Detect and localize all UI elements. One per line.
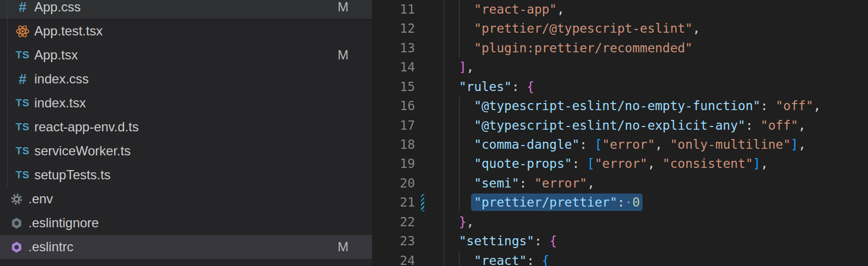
react-icon [15,24,30,39]
typescript-icon: TS [15,120,30,135]
typescript-icon: TS [15,96,30,111]
code-line-18[interactable]: 18 "comma-dangle": ["error", "only-multi… [372,135,868,155]
line-number[interactable]: 19 [372,154,415,173]
code-line-text: "react-app", [444,0,565,19]
file-row-App-tsx[interactable]: TSApp.tsxM [0,43,372,67]
code-line-14[interactable]: 14 ], [372,58,868,77]
file-row-react-app-env-d-ts[interactable]: TSreact-app-env.d.ts [0,115,372,139]
code-line-text: "@typescript-eslint/no-empty-function": … [444,96,821,116]
file-row-App-test-tsx[interactable]: App.test.tsx [0,19,372,43]
git-modified-badge: M [338,0,349,15]
eslint-purple-icon [9,240,24,255]
file-row-index-tsx[interactable]: TSindex.tsx [0,91,372,115]
file-list: #App.cssMApp.test.tsxTSApp.tsxM#index.cs… [0,0,372,266]
code-line-text: "prettier/prettier":·0 [444,193,640,212]
file-row-App-css[interactable]: #App.cssM [0,0,372,19]
css-hash-icon: # [15,72,30,87]
code-line-text: "semi": "error", [444,174,595,193]
line-number[interactable]: 23 [372,232,415,251]
typescript-icon: TS [15,144,30,159]
line-number[interactable]: 24 [372,251,415,266]
line-number[interactable]: 18 [372,135,415,154]
file-name: .eslintrc [28,239,74,255]
line-number[interactable]: 11 [372,0,415,19]
code-line-text: "comma-dangle": ["error", "only-multilin… [444,135,806,154]
file-name: react-app-env.d.ts [34,119,139,135]
file-name: setupTests.ts [34,167,111,183]
code-line-20[interactable]: 20 "semi": "error", [372,174,868,194]
typescript-icon: TS [15,168,30,183]
eslint-gray-icon [9,216,24,231]
code-line-22[interactable]: 22 }, [372,213,868,232]
code-line-text: }, [444,213,474,232]
code-line-16[interactable]: 16 "@typescript-eslint/no-empty-function… [372,96,868,116]
file-name: App.tsx [34,47,78,63]
file-row-setupTests-ts[interactable]: TSsetupTests.ts [0,163,372,187]
code-line-text: "settings": { [444,232,557,251]
file-row-index-css[interactable]: #index.css [0,67,372,91]
file-row-eslintignore[interactable]: .eslintignore [0,211,372,235]
code-line-23[interactable]: 23 "settings": { [372,232,868,251]
line-number[interactable]: 21 [372,193,415,212]
tree-indent-guide [7,0,8,187]
file-name: .env [28,191,53,207]
code-line-text: "prettier/@typescript-eslint", [444,19,700,38]
file-row-serviceWorker-ts[interactable]: TSserviceWorker.ts [0,139,372,163]
code-line-text: "quote-props": ["error", "consistent"], [444,154,768,173]
code-line-text: "plugin:prettier/recommended" [444,39,693,58]
firebase-flame-icon [9,264,24,266]
selection-highlight: "prettier/prettier":·0 [471,194,643,211]
file-name: serviceWorker.ts [34,143,131,159]
line-number[interactable]: 16 [372,96,415,116]
code-line-13[interactable]: 13 "plugin:prettier/recommended" [372,39,868,58]
file-name: .eslintignore [28,215,99,231]
typescript-icon: TS [15,48,30,63]
code-line-15[interactable]: 15 "rules": { [372,77,868,97]
line-number[interactable]: 13 [372,39,415,58]
code-line-17[interactable]: 17 "@typescript-eslint/no-explicit-any":… [372,116,868,136]
file-explorer-sidebar: #App.cssMApp.test.tsxTSApp.tsxM#index.cs… [0,0,372,266]
code-line-12[interactable]: 12 "prettier/@typescript-eslint", [372,19,868,39]
line-number[interactable]: 20 [372,174,415,193]
file-name: App.css [34,0,81,15]
line-number[interactable]: 14 [372,58,415,77]
line-number[interactable]: 12 [372,19,415,38]
line-number[interactable]: 15 [372,77,415,96]
file-name: .firebaserc [28,263,89,266]
file-row-eslintrc[interactable]: .eslintrcM [0,235,372,259]
file-row-env[interactable]: .env [0,187,372,211]
file-row-firebaserc[interactable]: .firebaserc [0,259,372,266]
code-line-21[interactable]: 21 "prettier/prettier":·0 [372,193,868,213]
code-line-11[interactable]: 11 "react-app", [372,0,868,20]
file-name: index.css [34,71,89,87]
code-line-24[interactable]: 24 "react": { [372,251,868,266]
line-number[interactable]: 22 [372,213,415,232]
gear-icon [9,192,24,207]
git-modified-badge: M [338,239,349,255]
line-number[interactable]: 17 [372,116,415,135]
code-editor[interactable]: 11 "react-app",12 "prettier/@typescript-… [372,0,868,266]
file-name: index.tsx [34,95,86,111]
git-modified-badge: M [338,47,349,63]
css-hash-icon: # [15,0,30,15]
code-line-text: ], [444,58,474,77]
code-line-text: "rules": { [444,77,534,96]
file-name: App.test.tsx [34,23,102,39]
code-line-19[interactable]: 19 "quote-props": ["error", "consistent"… [372,154,868,174]
code-line-text: "react": { [444,251,549,266]
code-line-text: "@typescript-eslint/no-explicit-any": "o… [444,116,806,135]
git-modified-line-indicator [421,194,424,211]
